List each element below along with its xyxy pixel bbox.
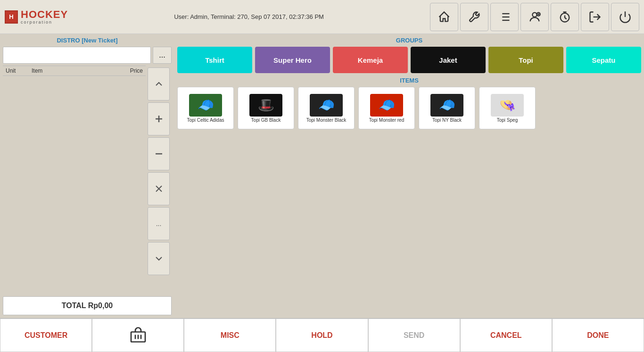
timer-button[interactable] [551, 3, 579, 31]
scroll-up-button[interactable] [148, 67, 170, 101]
item-card-topi-ny-black[interactable]: 🧢Topi NY Black [419, 87, 475, 129]
customer-button[interactable]: CUSTOMER [0, 318, 92, 352]
user-settings-button[interactable] [520, 3, 549, 31]
col-item: Item [29, 66, 110, 75]
header: H HOCKEY corporation User: Admin, Termin… [0, 0, 644, 34]
item-card-topi-celtic[interactable]: 🧢Topi Celtic Adidas [177, 87, 234, 129]
col-price: Price [110, 66, 146, 75]
decrease-button[interactable] [148, 137, 170, 170]
logo-sub: corporation [21, 20, 68, 25]
item-name-topi-monster-black: Topi Monster Black [306, 117, 346, 123]
group-btn-sepatu[interactable]: Sepatu [566, 47, 641, 73]
group-btn-kemeja[interactable]: Kemeja [333, 47, 408, 73]
group-btn-jaket[interactable]: Jaket [411, 47, 486, 73]
cart-button[interactable] [92, 318, 184, 352]
col-unit: Unit [3, 66, 29, 75]
logo-icon: H [5, 10, 18, 24]
groups-label: GROUPS [177, 37, 641, 44]
logo: H HOCKEY corporation [5, 9, 68, 25]
done-button[interactable]: DONE [552, 318, 644, 352]
more-button[interactable]: ... [148, 207, 170, 240]
order-table-body [3, 76, 146, 293]
list-button[interactable] [490, 3, 519, 31]
item-image-topi-speg: 👒 [491, 94, 524, 117]
ticket-title: DISTRO [New Ticket] [3, 37, 172, 44]
search-input[interactable] [3, 47, 151, 64]
item-name-topi-gb-black: Topi GB Black [251, 117, 281, 123]
left-inner: Unit Item Price [3, 66, 172, 293]
item-name-topi-speg: Topi Speg [497, 117, 518, 123]
tools-button[interactable] [460, 3, 488, 31]
power-button[interactable] [611, 3, 639, 31]
item-image-topi-monster-black: 🧢 [310, 94, 343, 117]
table-header: Unit Item Price [3, 66, 146, 76]
right-panel: GROUPS TshirtSuper HeroKemejaJaketTopiSe… [174, 34, 644, 318]
item-image-topi-monster-red: 🧢 [370, 94, 403, 117]
action-column: ... [146, 66, 172, 293]
item-name-topi-celtic: Topi Celtic Adidas [187, 117, 224, 123]
logout-button[interactable] [581, 3, 609, 31]
misc-button[interactable]: MISC [184, 318, 276, 352]
groups-row: TshirtSuper HeroKemejaJaketTopiSepatu [177, 47, 641, 73]
svg-point-6 [532, 12, 537, 17]
item-card-topi-monster-black[interactable]: 🧢Topi Monster Black [298, 87, 355, 129]
group-btn-tshirt[interactable]: Tshirt [177, 47, 252, 73]
send-button[interactable]: SEND [368, 318, 460, 352]
item-image-topi-ny-black: 🧢 [430, 94, 463, 117]
hold-button[interactable]: HOLD [276, 318, 368, 352]
group-btn-superhero[interactable]: Super Hero [255, 47, 330, 73]
logo-text: HOCKEY corporation [21, 9, 68, 25]
item-name-topi-monster-red: Topi Monster red [369, 117, 404, 123]
logo-name: HOCKEY [21, 9, 68, 20]
home-button[interactable] [430, 3, 458, 31]
header-buttons [430, 3, 639, 31]
search-row: ... [3, 47, 172, 64]
header-info: User: Admin, Terminal: 270, Sep 07 2017,… [174, 13, 324, 20]
item-card-topi-speg[interactable]: 👒Topi Speg [479, 87, 536, 129]
items-grid: 🧢Topi Celtic Adidas🎩Topi GB Black🧢Topi M… [177, 87, 641, 129]
bottom-bar: CUSTOMER MISC HOLD SEND CANCEL DONE [0, 318, 644, 352]
item-image-topi-gb-black: 🎩 [249, 94, 282, 117]
delete-button[interactable] [148, 172, 170, 205]
left-panel: DISTRO [New Ticket] ... Unit Item Price [0, 34, 174, 318]
left-table-area: Unit Item Price [3, 66, 146, 293]
item-image-topi-celtic: 🧢 [189, 94, 222, 117]
add-item-button[interactable] [148, 102, 170, 135]
group-btn-topi[interactable]: Topi [488, 47, 563, 73]
total-display: TOTAL Rp0,00 [3, 296, 172, 315]
search-dots-button[interactable]: ... [153, 47, 172, 64]
cancel-button[interactable]: CANCEL [460, 318, 552, 352]
main-content: DISTRO [New Ticket] ... Unit Item Price [0, 34, 644, 318]
items-label: ITEMS [177, 77, 641, 84]
item-card-topi-monster-red[interactable]: 🧢Topi Monster red [358, 87, 415, 129]
item-name-topi-ny-black: Topi NY Black [432, 117, 462, 123]
scroll-down-button[interactable] [148, 242, 170, 275]
item-card-topi-gb-black[interactable]: 🎩Topi GB Black [238, 87, 294, 129]
